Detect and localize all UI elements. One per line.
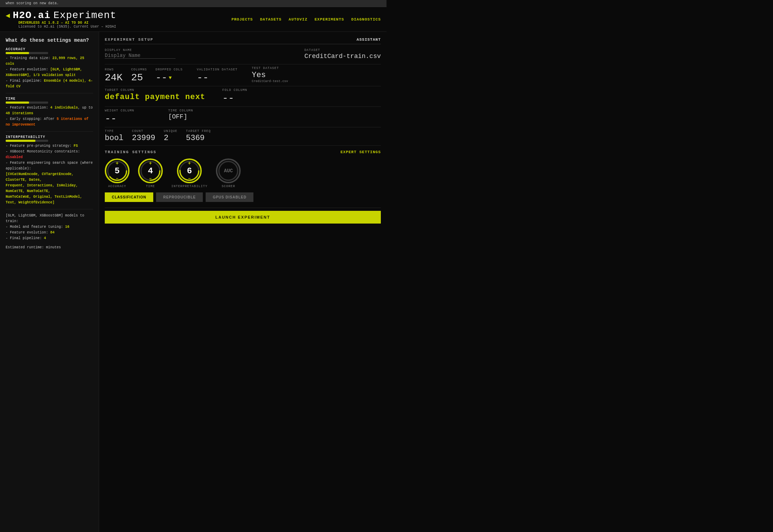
weight-column-label: WEIGHT COLUMN [105,109,134,112]
training-header: TRAINING SETTINGS EXPERT SETTINGS [105,150,381,154]
interp-space: [CVCatNumEncode, CVTargetEncode, Cluster… [6,172,82,204]
weight-time-row: WEIGHT COLUMN -- TIME COLUMN [OFF] [105,106,381,124]
dropped-cols-stat: DROPPED COLS -- ▼ [155,68,183,83]
action-buttons-row: CLASSIFICATION REPRODUCIBLE GPUS DISABLE… [105,192,381,202]
interp-plus[interactable]: + [188,161,191,166]
rows-stat: ROWS 24K [105,68,122,83]
divider3 [6,209,93,209]
validation-stat: VALIDATION DATASET -- [197,68,237,83]
nav-diagnostics[interactable]: DIAGNOSTICS [351,17,381,22]
expert-settings-button[interactable]: EXPERT SETTINGS [340,150,381,154]
target-column-value: default payment next [105,93,205,102]
header-left: ◀ H2O.ai Experiment DRIVERLESS AI 1.8.2 … [6,10,116,29]
dials-row: + 5 – ACCURACY + 4 – TIME [105,158,381,188]
nav-experiments[interactable]: EXPERIMENTS [315,17,344,22]
dataset-col: DATASET CreditCard-train.csv [304,48,381,60]
time-section-label: TIME [6,97,93,101]
back-button[interactable]: ◀ [6,11,10,20]
launch-section: LAUNCH EXPERIMENT [105,208,381,224]
launch-button[interactable]: LAUNCH EXPERIMENT [105,211,381,224]
time-plus[interactable]: + [149,161,152,166]
left-panel: What do these settings mean? ACCURACY - … [0,32,99,532]
interp-dial-label: INTERPRETABILITY [171,185,207,188]
reproducible-button[interactable]: REPRODUCIBLE [156,192,203,202]
models-text: [GLM, LightGBM, XGBoostGBM] models to tr… [6,213,93,241]
target-freq-value: 5369 [186,134,211,143]
count-col: COUNT 23999 [132,129,155,143]
target-freq-col: TARGET FREQ 5369 [186,129,211,143]
accuracy-dial-label: ACCURACY [108,185,126,188]
nav-projects[interactable]: PROJECTS [231,17,253,22]
interp-dial[interactable]: + 6 – [177,158,202,183]
time-dial-container: + 4 – TIME [138,158,163,188]
time-iterations: 48 iterations [6,111,33,115]
weight-column-value: -- [105,113,134,124]
svg-point-6 [219,161,238,180]
fold-column-value: -- [222,93,247,104]
display-name-col: DISPLAY NAME [105,48,176,59]
columns-value: 25 [131,72,147,83]
time-slider [6,102,93,104]
dropped-cols-value: -- [155,72,167,83]
test-dataset-label: TEST DATASET [252,66,288,70]
tooltip-bar: when scoring on new data. [0,0,386,7]
app-name: H2O.ai [13,10,51,21]
header: ◀ H2O.ai Experiment DRIVERLESS AI 1.8.2 … [0,7,386,32]
interp-mono: disabled [6,155,23,159]
divider1 [6,93,93,93]
nav-autoviz[interactable]: AUTOVIZ [289,17,308,22]
unique-col: UNIQUE 2 [164,129,177,143]
test-dataset-value: Yes [252,71,288,80]
classification-button[interactable]: CLASSIFICATION [105,192,153,202]
version-line: DRIVERLESS AI 1.8.2 – AI TO DO AI [18,21,116,25]
type-count-row: TYPE bool COUNT 23999 UNIQUE 2 TARGET FR… [105,127,381,146]
header-title: ◀ H2O.ai Experiment [6,10,116,21]
type-label: TYPE [105,129,124,133]
accuracy-evolution: [GLM, LightGBM, XGBoostGBM], 1/3 validat… [6,68,82,77]
right-panel: EXPERIMENT SETUP ASSISTANT DISPLAY NAME … [99,32,386,532]
display-name-input[interactable] [105,53,176,59]
runtime-value: minutes [46,245,61,249]
count-value: 23999 [132,134,155,143]
accuracy-text: - Training data size: 23,999 rows, 25 co… [6,56,93,89]
accuracy-minus[interactable]: – [116,175,119,181]
experiment-setup-header: EXPERIMENT SETUP ASSISTANT [105,37,381,44]
assistant-button[interactable]: ASSISTANT [357,37,381,42]
interp-track [6,140,48,142]
experiment-setup-heading: EXPERIMENT SETUP [105,37,154,42]
divider2 [6,131,93,132]
interp-minus[interactable]: – [188,175,191,181]
time-fill [6,102,29,104]
nav-datasets[interactable]: DATASETS [260,17,282,22]
final-pipeline: 4 [44,236,46,240]
target-column-label: TARGET COLUMN [105,88,205,92]
time-track [6,102,48,104]
accuracy-plus[interactable]: + [116,161,119,166]
accuracy-dial[interactable]: + 5 – [105,158,130,183]
columns-stat: COLUMNS 25 [131,68,147,83]
models-label: [GLM, LightGBM, XGBoostGBM] models to tr… [6,214,84,223]
time-minus[interactable]: – [149,175,152,181]
experiment-label: Experiment [53,10,116,21]
nav-links: PROJECTS DATASETS AUTOVIZ EXPERIMENTS DI… [231,17,381,22]
time-col: TIME COLUMN [OFF] [168,109,193,124]
dropped-icon: ▼ [169,75,172,81]
time-dial[interactable]: + 4 – [138,158,163,183]
main-container: What do these settings mean? ACCURACY - … [0,32,386,532]
validation-label: VALIDATION DATASET [197,68,237,71]
scorer-dial[interactable]: AUC [216,158,241,183]
estimated-runtime: Estimated runtime: minutes [6,245,93,249]
time-early-stop: 5 iterations of no improvement [6,117,88,127]
display-name-label: DISPLAY NAME [105,48,176,52]
stats-row: ROWS 24K COLUMNS 25 DROPPED COLS -- ▼ VA… [105,64,381,83]
unique-label: UNIQUE [164,129,177,133]
time-text: - Feature evolution: 4 individuals, up t… [6,105,93,128]
accuracy-fill [6,52,29,54]
gpus-button[interactable]: GPUS DISABLED [206,192,253,202]
validation-value: -- [197,72,237,83]
count-label: COUNT [132,129,155,133]
scorer-dial-container: AUC SCORER [216,158,241,188]
test-dataset-file: CreditCard-test.csv [252,80,288,83]
tooltip-text: when scoring on new data. [6,1,59,5]
time-column-value: [OFF] [168,113,193,120]
